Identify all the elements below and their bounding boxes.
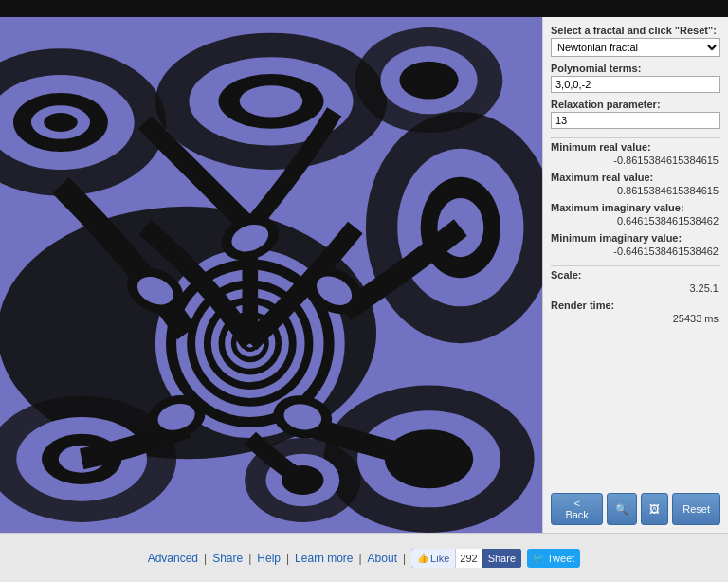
max-imag-value: 0.6461538461538462 [551, 215, 720, 227]
divider-1 [551, 137, 720, 138]
back-button[interactable]: < Back [551, 493, 603, 525]
divider-2 [551, 265, 720, 266]
back-label: < Back [561, 498, 592, 520]
reset-label: Reset [682, 503, 710, 515]
fb-count: 292 [456, 549, 482, 568]
learn-more-link[interactable]: Learn more [295, 552, 353, 565]
fractal-select-section: Select a fractal and click "Reset": Newt… [551, 25, 720, 57]
fb-like-inner: 👍 Like [411, 549, 456, 568]
relaxation-section: Relaxation parameter: [551, 99, 720, 129]
sep-2: | [248, 552, 251, 565]
fb-share-label[interactable]: Share [482, 549, 521, 568]
fractal-select-label: Select a fractal and click "Reset": [551, 25, 720, 36]
polynomial-input[interactable] [551, 76, 720, 93]
facebook-like-button[interactable]: 👍 Like 292 Share [411, 549, 521, 568]
sep-1: | [204, 552, 207, 565]
polynomial-label: Polynomial terms: [551, 63, 720, 74]
render-time-section: Render time: 25433 ms [551, 300, 720, 324]
svg-point-40 [399, 62, 458, 100]
min-real-label: Minimum real value: [551, 141, 720, 153]
image-icon: 🖼 [649, 503, 660, 515]
about-link[interactable]: About [368, 552, 397, 565]
min-imag-value: -0.6461538461538462 [551, 246, 720, 257]
scale-section: Scale: 3.25.1 [551, 269, 720, 294]
fractal-area[interactable] [0, 17, 542, 533]
fractal-select[interactable]: Newtonian fractal Mandelbrot set Julia s… [551, 38, 720, 57]
fb-like-label: Like [430, 553, 449, 564]
fb-thumb-icon: 👍 [417, 553, 428, 563]
bottom-bar: Advanced | Share | Help | Learn more | A… [0, 533, 728, 582]
sep-3: | [286, 552, 289, 565]
relaxation-label: Relaxation parameter: [551, 99, 720, 110]
zoom-button[interactable]: 🔍 [607, 493, 637, 525]
share-link[interactable]: Share [212, 552, 243, 565]
min-real-section: Minimum real value: -0.8615384615384615 [551, 141, 720, 166]
reset-button[interactable]: Reset [672, 493, 720, 525]
min-imag-label: Minimum imaginary value: [551, 232, 720, 244]
max-real-section: Maximum real value: 0.8615384615384615 [551, 172, 720, 196]
panel-buttons: < Back 🔍 🖼 Reset [551, 493, 720, 525]
min-real-value: -0.8615384615384615 [551, 155, 720, 166]
panel-spacer [551, 330, 720, 485]
svg-point-19 [44, 113, 78, 132]
min-imag-section: Minimum imaginary value: -0.646153846153… [551, 232, 720, 257]
fractal-svg [0, 17, 542, 533]
top-bar [0, 0, 728, 17]
zoom-icon: 🔍 [615, 503, 628, 516]
max-real-value: 0.8615384615384615 [551, 185, 720, 196]
max-imag-label: Maximum imaginary value: [551, 202, 720, 213]
relaxation-input[interactable] [551, 112, 720, 129]
twitter-icon: 🐦 [533, 553, 544, 563]
help-link[interactable]: Help [257, 552, 281, 565]
scale-label: Scale: [551, 269, 720, 281]
sep-5: | [403, 552, 406, 565]
tweet-label: Tweet [547, 553, 574, 564]
sep-4: | [358, 552, 361, 565]
advanced-link[interactable]: Advanced [148, 552, 198, 565]
max-imag-section: Maximum imaginary value: 0.6461538461538… [551, 202, 720, 227]
polynomial-section: Polynomial terms: [551, 63, 720, 93]
render-time-value: 25433 ms [551, 313, 720, 324]
image-button[interactable]: 🖼 [641, 493, 668, 525]
svg-point-23 [240, 85, 303, 117]
right-panel: Select a fractal and click "Reset": Newt… [542, 17, 728, 533]
main-area: Select a fractal and click "Reset": Newt… [0, 17, 728, 533]
twitter-button[interactable]: 🐦 Tweet [527, 549, 580, 568]
render-time-label: Render time: [551, 300, 720, 311]
scale-value: 3.25.1 [551, 282, 720, 294]
max-real-label: Maximum real value: [551, 172, 720, 183]
